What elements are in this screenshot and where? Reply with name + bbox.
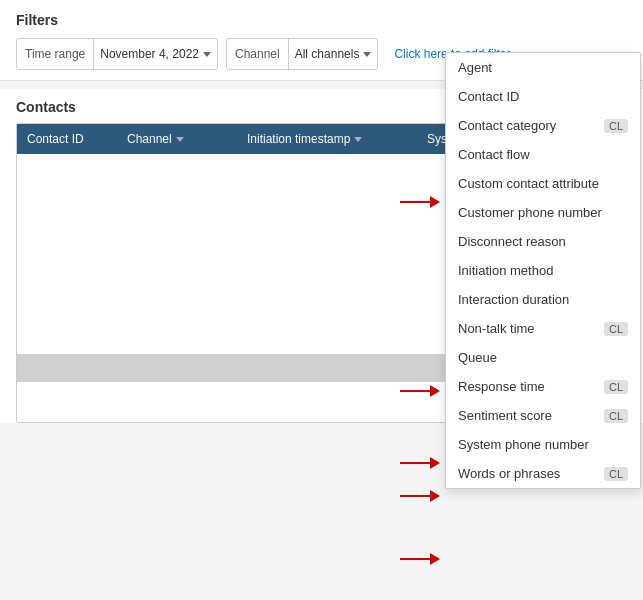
channel-value[interactable]: All channels: [288, 39, 378, 69]
dropdown-item-label: Words or phrases: [458, 466, 560, 481]
dropdown-item-label: Sentiment score: [458, 408, 552, 423]
dropdown-item-sentiment-score[interactable]: Sentiment scoreCL: [446, 401, 640, 430]
dropdown-item-system-phone-number[interactable]: System phone number: [446, 430, 640, 459]
cl-badge: CL: [604, 467, 628, 481]
dropdown-item-label: Initiation method: [458, 263, 553, 278]
timestamp-sort-icon: [354, 137, 362, 142]
filter-dropdown: AgentContact IDContact categoryCLContact…: [445, 52, 641, 489]
dropdown-item-custom-contact-attribute[interactable]: Custom contact attribute: [446, 169, 640, 198]
dropdown-item-label: Contact category: [458, 118, 556, 133]
dropdown-item-label: Response time: [458, 379, 545, 394]
dropdown-item-initiation-method[interactable]: Initiation method: [446, 256, 640, 285]
dropdown-item-label: Queue: [458, 350, 497, 365]
channel-filter[interactable]: Channel All channels: [226, 38, 378, 70]
dropdown-item-disconnect-reason[interactable]: Disconnect reason: [446, 227, 640, 256]
dropdown-item-label: Non-talk time: [458, 321, 535, 336]
channel-chevron-icon: [363, 52, 371, 57]
arrow-contact-category: [400, 195, 440, 212]
channel-label: Channel: [227, 47, 288, 61]
dropdown-item-response-time[interactable]: Response timeCL: [446, 372, 640, 401]
dropdown-item-contact-id[interactable]: Contact ID: [446, 82, 640, 111]
time-range-filter[interactable]: Time range November 4, 2022: [16, 38, 218, 70]
dropdown-item-label: Customer phone number: [458, 205, 602, 220]
dropdown-item-label: Interaction duration: [458, 292, 569, 307]
dropdown-item-words-or-phrases[interactable]: Words or phrasesCL: [446, 459, 640, 488]
dropdown-item-label: Contact flow: [458, 147, 530, 162]
arrow-non-talk-time: [400, 384, 440, 401]
dropdown-item-label: Custom contact attribute: [458, 176, 599, 191]
dropdown-item-queue[interactable]: Queue: [446, 343, 640, 372]
dropdown-item-label: Disconnect reason: [458, 234, 566, 249]
cl-badge: CL: [604, 322, 628, 336]
dropdown-item-label: Agent: [458, 60, 492, 75]
arrow-sentiment-score: [400, 489, 440, 506]
arrow-response-time: [400, 456, 440, 473]
time-range-label: Time range: [17, 47, 93, 61]
dropdown-item-customer-phone-number[interactable]: Customer phone number: [446, 198, 640, 227]
dropdown-item-non-talk-time[interactable]: Non-talk timeCL: [446, 314, 640, 343]
col-contact-id[interactable]: Contact ID: [17, 124, 117, 154]
dropdown-item-label: System phone number: [458, 437, 589, 452]
cl-badge: CL: [604, 119, 628, 133]
filters-title: Filters: [16, 12, 627, 28]
cl-badge: CL: [604, 409, 628, 423]
time-range-value[interactable]: November 4, 2022: [93, 39, 217, 69]
col-channel[interactable]: Channel: [117, 124, 237, 154]
dropdown-item-label: Contact ID: [458, 89, 519, 104]
cl-badge: CL: [604, 380, 628, 394]
channel-sort-icon: [176, 137, 184, 142]
dropdown-item-contact-category[interactable]: Contact categoryCL: [446, 111, 640, 140]
col-initiation-timestamp[interactable]: Initiation timestamp: [237, 124, 417, 154]
time-range-chevron-icon: [203, 52, 211, 57]
dropdown-item-contact-flow[interactable]: Contact flow: [446, 140, 640, 169]
dropdown-item-interaction-duration[interactable]: Interaction duration: [446, 285, 640, 314]
arrow-words-or-phrases: [400, 552, 440, 569]
page-wrapper: Filters Time range November 4, 2022 Chan…: [0, 0, 643, 600]
dropdown-item-agent[interactable]: Agent: [446, 53, 640, 82]
